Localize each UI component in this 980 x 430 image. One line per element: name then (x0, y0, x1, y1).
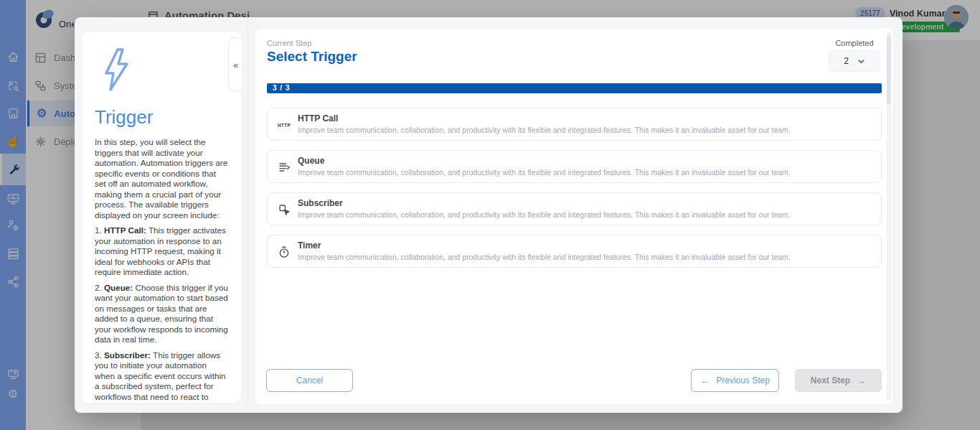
cancel-button[interactable]: Cancel (266, 369, 353, 392)
trigger-option-desc: Improve team communication, collaboratio… (298, 168, 791, 177)
trigger-option-title: Queue (298, 156, 324, 166)
current-step-label: Current Step (267, 39, 311, 47)
rail-settings-icon[interactable]: ⚙ (0, 380, 26, 408)
timer-icon (275, 235, 293, 268)
panel-description: In this step, you will select the trigge… (95, 137, 228, 403)
dashboard-icon (34, 52, 47, 64)
rail-tools-icon-active[interactable] (0, 154, 26, 185)
avatar[interactable] (944, 5, 969, 29)
rail-user-settings-icon[interactable] (0, 211, 26, 238)
scrollbar-thumb[interactable] (887, 36, 891, 104)
trigger-option-timer[interactable]: Timer Improve team communication, collab… (267, 235, 882, 268)
trigger-option-title: Timer (298, 240, 321, 251)
trigger-option-desc: Improve team communication, collaboratio… (298, 126, 791, 134)
completed-select[interactable]: 2 (829, 50, 880, 72)
chevron-down-icon (857, 57, 865, 65)
automation-icon: ⚙ (37, 108, 47, 119)
rail-store-icon[interactable] (0, 100, 26, 127)
panel-divider (248, 17, 248, 413)
panel-title: Trigger (95, 106, 228, 128)
trigger-option-http-call[interactable]: HTTP HTTP Call Improve team communicatio… (267, 108, 882, 141)
previous-step-button[interactable]: ←Previous Step (691, 369, 779, 392)
deployment-icon (34, 136, 47, 148)
trigger-option-subscriber[interactable]: Subscriber Improve team communication, c… (267, 192, 882, 225)
nav-label: Syste (54, 80, 77, 91)
arrow-left-icon: ← (700, 376, 710, 385)
completed-value: 2 (844, 56, 849, 66)
select-trigger-modal: Trigger In this step, you will select th… (75, 17, 903, 413)
step-title: Select Trigger (267, 49, 357, 65)
queue-icon (275, 151, 293, 184)
trigger-option-title: HTTP Call (298, 113, 338, 123)
rail-server-icon[interactable] (0, 240, 26, 267)
logo-icon (34, 8, 56, 29)
trigger-option-desc: Improve team communication, collaboratio… (298, 210, 791, 219)
step-content-panel: Current Step Select Trigger Completed 2 … (255, 29, 892, 404)
arrow-right-icon: → (857, 376, 866, 385)
chevron-double-left-icon: « (233, 60, 238, 70)
app-root: OneE Automation Desi 25177 Vinod Kumar d… (0, 0, 980, 430)
trigger-option-queue[interactable]: Queue Improve team communication, collab… (267, 150, 882, 183)
rail-monitor-pulse-icon[interactable] (0, 185, 26, 212)
subscriber-icon (275, 193, 293, 226)
trigger-info-panel: Trigger In this step, you will select th… (82, 32, 241, 403)
rail-share-icon[interactable] (0, 268, 26, 295)
avatar-photo (944, 5, 969, 29)
progress-label: 3 / 3 (273, 84, 290, 92)
rail-users-sync-icon[interactable] (0, 72, 26, 99)
trigger-option-desc: Improve team communication, collaboratio… (298, 253, 791, 261)
trigger-option-title: Subscriber (298, 198, 343, 208)
completed-label: Completed (829, 39, 880, 47)
http-icon: HTTP (275, 108, 293, 141)
rail-pointer-icon[interactable]: ☝ (0, 128, 26, 155)
next-step-button[interactable]: Next Step→ (795, 369, 882, 392)
collapse-panel-button[interactable]: « (228, 37, 243, 92)
scrollbar-track (887, 32, 891, 401)
panel-item-subscriber: 3. Subscriber: This trigger allows you t… (95, 350, 228, 403)
rail-home-icon[interactable] (0, 43, 26, 70)
lightning-icon (100, 47, 132, 92)
icon-rail: ☝ ⚙ (0, 0, 26, 430)
panel-intro: In this step, you will select the trigge… (95, 137, 228, 220)
system-icon (34, 80, 47, 92)
panel-item-http: 1. HTTP Call: This trigger activates you… (95, 225, 228, 278)
panel-item-queue: 2. Queue: Choose this trigger if you wan… (95, 283, 228, 345)
progress-bar: 3 / 3 (267, 83, 882, 93)
